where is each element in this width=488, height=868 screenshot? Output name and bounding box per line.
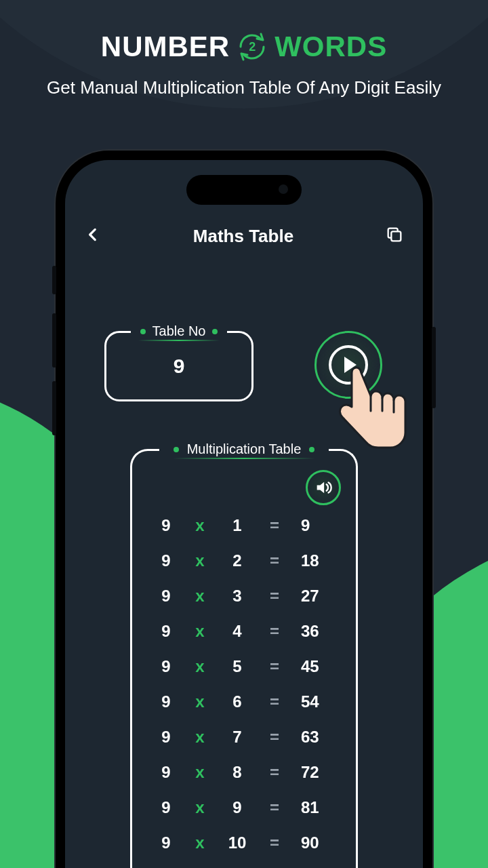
times-symbol: x: [190, 551, 210, 570]
times-symbol: x: [190, 622, 210, 641]
copy-icon[interactable]: [385, 225, 404, 247]
legend-dot-icon: [174, 447, 179, 452]
operand-b: 7: [224, 728, 251, 747]
legend-dot-icon: [140, 329, 146, 334]
operand-b: 4: [224, 622, 251, 641]
operand-b: 8: [224, 763, 251, 782]
table-row: 9x6=54: [159, 692, 329, 711]
app-logo: NUMBER 2 WORDS: [0, 28, 488, 65]
result: 18: [298, 551, 332, 570]
legend-dot-icon: [309, 447, 314, 452]
operand-b: 10: [224, 833, 251, 852]
table-row: 9x2=18: [159, 551, 329, 570]
result: 72: [298, 763, 332, 782]
result: 9: [298, 516, 332, 535]
logo-text-number: NUMBER: [101, 31, 230, 63]
svg-rect-0: [391, 231, 401, 241]
result: 27: [298, 587, 332, 606]
equals-symbol: =: [264, 728, 285, 747]
logo-digit: 2: [249, 40, 256, 54]
phone-side-button: [432, 327, 436, 408]
app-bar: Maths Table: [65, 216, 423, 256]
phone-side-button: [52, 266, 56, 294]
times-symbol: x: [190, 657, 210, 676]
times-symbol: x: [190, 798, 210, 817]
speak-button[interactable]: [306, 470, 341, 505]
operand-a: 9: [156, 692, 176, 711]
times-symbol: x: [190, 833, 210, 852]
page-title: Maths Table: [193, 226, 293, 247]
table-row: 9x10=90: [159, 833, 329, 852]
logo-text-words: WORDS: [274, 31, 387, 63]
result: 63: [298, 728, 332, 747]
back-icon[interactable]: [84, 226, 102, 246]
legend-underline: [138, 340, 220, 341]
multiplication-table-panel: Multiplication Table 9x1=99x2=189x3=279x…: [130, 449, 358, 868]
table-number-field[interactable]: Table No 9: [104, 331, 253, 401]
equals-symbol: =: [264, 551, 285, 570]
phone-side-button: [52, 313, 56, 368]
sound-icon: [314, 478, 333, 497]
equals-symbol: =: [264, 692, 285, 711]
legend-underline: [173, 458, 315, 459]
equals-symbol: =: [264, 833, 285, 852]
phone-frame: Maths Table Table No 9: [56, 151, 432, 868]
phone-side-button: [52, 381, 56, 435]
promo-subtitle: Get Manual Multiplication Table Of Any D…: [0, 77, 488, 98]
operand-b: 5: [224, 657, 251, 676]
operand-b: 2: [224, 551, 251, 570]
operand-a: 9: [156, 622, 176, 641]
result: 45: [298, 657, 332, 676]
promo-header: NUMBER 2 WORDS Get Manual Multiplication…: [0, 0, 488, 98]
equals-symbol: =: [264, 657, 285, 676]
operand-a: 9: [156, 587, 176, 606]
operand-b: 9: [224, 798, 251, 817]
equals-symbol: =: [264, 763, 285, 782]
phone-screen: Maths Table Table No 9: [65, 160, 423, 868]
equals-symbol: =: [264, 622, 285, 641]
equals-symbol: =: [264, 587, 285, 606]
times-symbol: x: [190, 516, 210, 535]
multiplication-table-label: Multiplication Table: [187, 441, 302, 457]
operand-b: 1: [224, 516, 251, 535]
times-symbol: x: [190, 728, 210, 747]
multiplication-rows: 9x1=99x2=189x3=279x4=369x5=459x6=549x7=6…: [132, 516, 356, 852]
result: 90: [298, 833, 332, 852]
operand-a: 9: [156, 516, 176, 535]
operand-a: 9: [156, 833, 176, 852]
table-number-value: 9: [174, 355, 185, 378]
times-symbol: x: [190, 692, 210, 711]
table-row: 9x3=27: [159, 587, 329, 606]
table-row: 9x7=63: [159, 728, 329, 747]
operand-a: 9: [156, 728, 176, 747]
legend-dot-icon: [212, 329, 218, 334]
operand-a: 9: [156, 798, 176, 817]
operand-b: 3: [224, 587, 251, 606]
phone-notch: [186, 175, 302, 205]
table-row: 9x4=36: [159, 622, 329, 641]
equals-symbol: =: [264, 798, 285, 817]
table-row: 9x1=9: [159, 516, 329, 535]
table-row: 9x8=72: [159, 763, 329, 782]
swap-icon: 2: [234, 28, 270, 65]
result: 81: [298, 798, 332, 817]
table-row: 9x9=81: [159, 798, 329, 817]
result: 36: [298, 622, 332, 641]
table-number-label: Table No: [152, 323, 206, 339]
times-symbol: x: [190, 587, 210, 606]
times-symbol: x: [190, 763, 210, 782]
equals-symbol: =: [264, 516, 285, 535]
operand-a: 9: [156, 657, 176, 676]
pointer-hand-icon: [329, 362, 411, 450]
operand-b: 6: [224, 692, 251, 711]
operand-a: 9: [156, 763, 176, 782]
operand-a: 9: [156, 551, 176, 570]
table-row: 9x5=45: [159, 657, 329, 676]
result: 54: [298, 692, 332, 711]
